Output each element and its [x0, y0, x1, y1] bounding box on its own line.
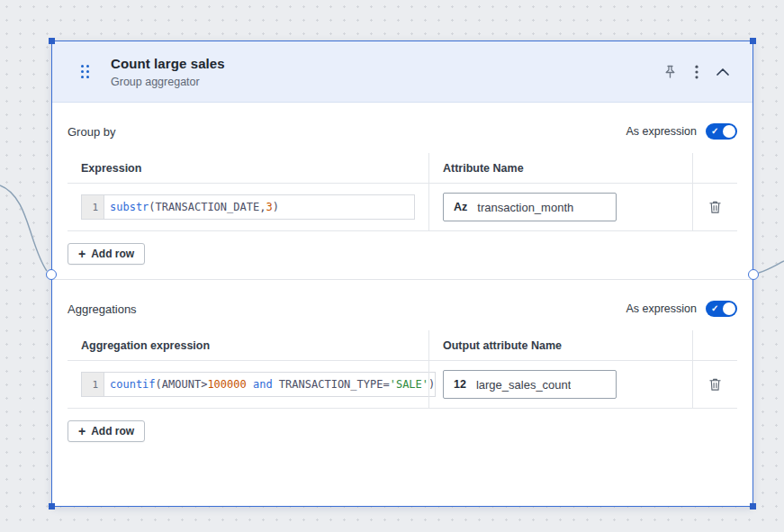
- code-token: TRANSACTION_TYPE=: [279, 378, 390, 391]
- drag-handle-icon[interactable]: [81, 65, 89, 78]
- toggle-knob: [723, 302, 735, 315]
- node-subtitle: Group aggregator: [111, 76, 225, 88]
- selection-handle-top-right[interactable]: [750, 38, 756, 44]
- pin-icon: [663, 65, 677, 79]
- output-attribute-name-value: large_sales_count: [476, 378, 572, 392]
- aggregations-table: Aggregation expression Output attribute …: [68, 330, 737, 409]
- code-token: 100000: [207, 378, 246, 391]
- outgoing-wire: [759, 261, 784, 273]
- code-token: substr: [110, 201, 149, 213]
- kebab-menu-icon: [695, 65, 698, 79]
- as-expression-toggle[interactable]: ✓: [706, 301, 737, 317]
- code-token: countif: [110, 378, 156, 391]
- code-token: ): [273, 201, 279, 213]
- node-body: Group by As expression ✓ Expression Attr…: [52, 122, 752, 442]
- plus-icon: +: [78, 248, 86, 260]
- node-title: Count large sales: [111, 56, 225, 71]
- column-header-expression: Expression: [68, 153, 428, 184]
- code-token: and: [247, 378, 279, 391]
- attribute-name-cell: Az transaction_month: [428, 184, 692, 231]
- group-by-table: Expression Attribute Name 1 substr(TRANS…: [68, 153, 737, 231]
- line-number: 1: [82, 195, 104, 219]
- row-actions-cell: [692, 184, 737, 231]
- node-header: Count large sales Group aggregator: [52, 41, 752, 103]
- more-options-button[interactable]: [693, 63, 700, 81]
- selection-handle-bottom-right[interactable]: [750, 503, 756, 509]
- output-attribute-name-field[interactable]: 12 large_sales_count: [443, 370, 617, 399]
- expression-cell: 1 substr(TRANSACTION_DATE,3): [68, 184, 428, 231]
- expression-editor[interactable]: 1 substr(TRANSACTION_DATE,3): [81, 194, 415, 220]
- chevron-up-icon: [716, 68, 729, 76]
- delete-row-button[interactable]: [707, 198, 724, 216]
- check-icon: ✓: [711, 124, 718, 139]
- code-token: 3: [266, 201, 272, 213]
- as-expression-label: As expression: [626, 125, 697, 138]
- column-header-output-attribute-name: Output attribute Name: [428, 330, 692, 361]
- group-by-section-head: Group by As expression ✓: [68, 122, 737, 140]
- add-row-button[interactable]: + Add row: [68, 243, 145, 265]
- output-attribute-name-cell: 12 large_sales_count: [428, 361, 692, 409]
- code-token: (AMOUNT>: [156, 378, 208, 391]
- trash-icon: [708, 377, 722, 392]
- as-expression-toggle[interactable]: ✓: [706, 123, 737, 140]
- input-port[interactable]: [46, 269, 57, 280]
- string-type-badge: Az: [454, 201, 467, 213]
- plus-icon: +: [78, 425, 86, 437]
- add-row-label: Add row: [91, 248, 134, 260]
- group-by-label: Group by: [68, 125, 115, 139]
- aggregations-label: Aggregations: [68, 302, 137, 316]
- pipeline-canvas[interactable]: Count large sales Group aggregator: [0, 0, 784, 532]
- incoming-wire: [0, 185, 47, 271]
- attribute-name-field[interactable]: Az transaction_month: [443, 193, 617, 221]
- row-actions-cell: [692, 361, 737, 409]
- selection-handle-bottom-left[interactable]: [49, 503, 55, 509]
- group-by-as-expression: As expression ✓: [626, 123, 737, 140]
- toggle-knob: [723, 125, 735, 138]
- collapse-button[interactable]: [715, 67, 731, 77]
- column-header-actions: [692, 330, 737, 361]
- column-header-actions: [692, 153, 737, 184]
- header-actions: [662, 63, 731, 81]
- as-expression-label: As expression: [626, 302, 697, 315]
- code-token: (TRANSACTION_DATE,: [149, 201, 266, 213]
- column-header-aggregation-expression: Aggregation expression: [68, 330, 428, 361]
- delete-row-button[interactable]: [707, 375, 724, 393]
- pin-button[interactable]: [662, 63, 679, 81]
- node-card[interactable]: Count large sales Group aggregator: [51, 41, 753, 507]
- attribute-name-value: transaction_month: [477, 201, 573, 214]
- output-port[interactable]: [748, 269, 759, 280]
- section-divider: [52, 279, 752, 280]
- add-row-label: Add row: [91, 425, 134, 437]
- trash-icon: [708, 200, 722, 214]
- aggregations-section: Aggregations As expression ✓ Aggregation…: [68, 300, 737, 442]
- selection-handle-top-left[interactable]: [49, 38, 55, 44]
- aggregations-as-expression: As expression ✓: [626, 301, 737, 317]
- code-token: 'SALE': [390, 378, 428, 391]
- aggregations-section-head: Aggregations As expression ✓: [68, 300, 737, 318]
- expression-cell: 1 countif(AMOUNT>100000 and TRANSACTION_…: [68, 361, 428, 409]
- aggregation-expression-editor[interactable]: 1 countif(AMOUNT>100000 and TRANSACTION_…: [81, 372, 436, 397]
- column-header-attribute-name: Attribute Name: [428, 153, 692, 184]
- group-by-section: Group by As expression ✓ Expression Attr…: [68, 122, 737, 265]
- integer-type-badge: 12: [454, 378, 466, 391]
- add-row-button[interactable]: + Add row: [68, 420, 145, 442]
- node-titles: Count large sales Group aggregator: [111, 56, 225, 88]
- check-icon: ✓: [711, 302, 718, 316]
- aggregation-expression-code: countif(AMOUNT>100000 and TRANSACTION_TY…: [104, 373, 435, 396]
- line-number: 1: [82, 373, 104, 396]
- expression-code: substr(TRANSACTION_DATE,3): [104, 195, 279, 219]
